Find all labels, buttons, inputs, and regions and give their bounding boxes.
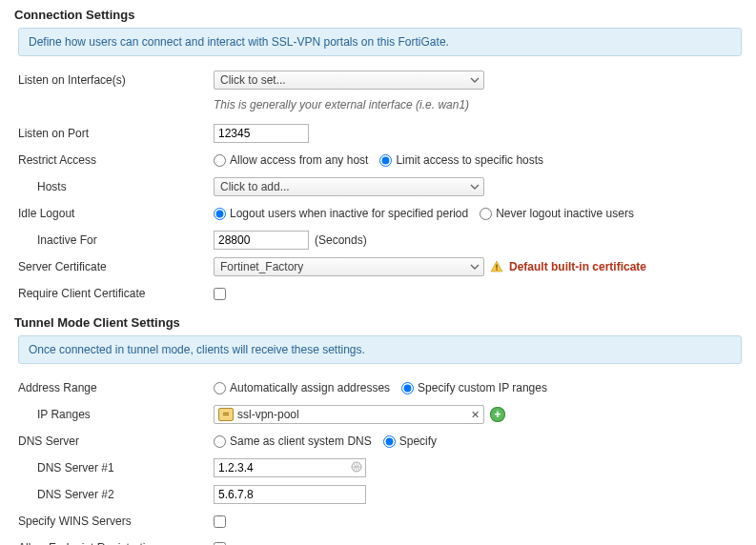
dns1-input[interactable] xyxy=(214,458,366,477)
chevron-down-icon xyxy=(470,75,480,85)
addr-range-custom-radio[interactable]: Specify custom IP ranges xyxy=(401,381,547,394)
label-ip-ranges: IP Ranges xyxy=(18,408,214,421)
restrict-access-any-radio[interactable]: Allow access from any host xyxy=(214,153,368,167)
radio-label: Automatically assign addresses xyxy=(230,381,390,394)
radio-label: Specify custom IP ranges xyxy=(418,381,547,394)
label-address-range: Address Range xyxy=(18,381,214,394)
svg-rect-1 xyxy=(496,269,497,270)
chevron-down-icon xyxy=(470,262,480,272)
radio-label: Specify xyxy=(399,434,437,448)
addr-range-auto-radio[interactable]: Automatically assign addresses xyxy=(214,381,390,394)
hosts-dropdown[interactable]: Click to add... xyxy=(214,177,484,196)
label-dns-server: DNS Server xyxy=(18,434,214,448)
chevron-down-icon xyxy=(470,182,480,192)
radio-label: Logout users when inactive for specified… xyxy=(230,207,468,220)
inactive-for-unit: (Seconds) xyxy=(315,233,367,247)
svg-rect-3 xyxy=(223,414,229,415)
radio-label: Allow access from any host xyxy=(230,153,368,167)
idle-logout-never-radio[interactable]: Never logout inactive users xyxy=(480,207,634,220)
label-listen-interface: Listen on Interface(s) xyxy=(18,73,214,87)
label-hosts: Hosts xyxy=(18,180,214,193)
dropdown-value: Click to add... xyxy=(220,180,290,193)
label-wins: Specify WINS Servers xyxy=(18,515,214,528)
ip-ranges-chip[interactable]: ssl-vpn-pool ✕ xyxy=(214,405,484,424)
section-title-connection: Connection Settings xyxy=(14,0,742,28)
dns2-input[interactable] xyxy=(214,485,366,504)
listen-port-input[interactable] xyxy=(214,124,309,143)
listen-interface-dropdown[interactable]: Click to set... xyxy=(214,71,484,90)
dropdown-value: Fortinet_Factory xyxy=(220,260,303,273)
label-dns1: DNS Server #1 xyxy=(18,461,214,474)
remove-icon[interactable]: ✕ xyxy=(471,409,480,421)
section-title-tunnel: Tunnel Mode Client Settings xyxy=(14,308,742,335)
listen-interface-hint: This is generally your external interfac… xyxy=(214,98,469,111)
add-icon[interactable]: + xyxy=(490,407,505,422)
restrict-access-specific-radio[interactable]: Limit access to specific hosts xyxy=(379,153,543,167)
address-object-icon xyxy=(218,408,234,421)
svg-rect-0 xyxy=(496,265,497,269)
wins-checkbox[interactable] xyxy=(214,515,226,528)
label-listen-port: Listen on Port xyxy=(18,127,214,140)
label-server-certificate: Server Certificate xyxy=(18,260,214,273)
label-idle-logout: Idle Logout xyxy=(18,207,214,220)
dns-specify-radio[interactable]: Specify xyxy=(383,434,437,448)
endpoint-checkbox[interactable] xyxy=(214,542,226,546)
info-connection: Define how users can connect and interac… xyxy=(18,28,742,56)
label-restrict-access: Restrict Access xyxy=(18,153,214,167)
server-certificate-dropdown[interactable]: Fortinet_Factory xyxy=(214,257,484,276)
radio-label: Limit access to specific hosts xyxy=(396,153,543,167)
svg-rect-2 xyxy=(223,413,229,414)
require-client-cert-checkbox[interactable] xyxy=(214,288,226,300)
label-endpoint: Allow Endpoint Registration xyxy=(18,541,214,545)
radio-label: Never logout inactive users xyxy=(496,207,634,220)
label-inactive-for: Inactive For xyxy=(18,233,214,247)
radio-label: Same as client system DNS xyxy=(230,434,372,448)
label-require-client-cert: Require Client Certificate xyxy=(18,287,214,300)
certificate-warning-text: Default built-in certificate xyxy=(509,260,646,273)
inactive-for-input[interactable] xyxy=(214,231,309,250)
info-tunnel: Once connected in tunnel mode, clients w… xyxy=(18,335,742,364)
warning-icon xyxy=(490,260,503,273)
ip-ranges-value: ssl-vpn-pool xyxy=(237,408,467,421)
label-dns2: DNS Server #2 xyxy=(18,488,214,501)
idle-logout-on-radio[interactable]: Logout users when inactive for specified… xyxy=(214,207,468,220)
dns-same-radio[interactable]: Same as client system DNS xyxy=(214,434,372,448)
dropdown-value: Click to set... xyxy=(220,73,286,87)
